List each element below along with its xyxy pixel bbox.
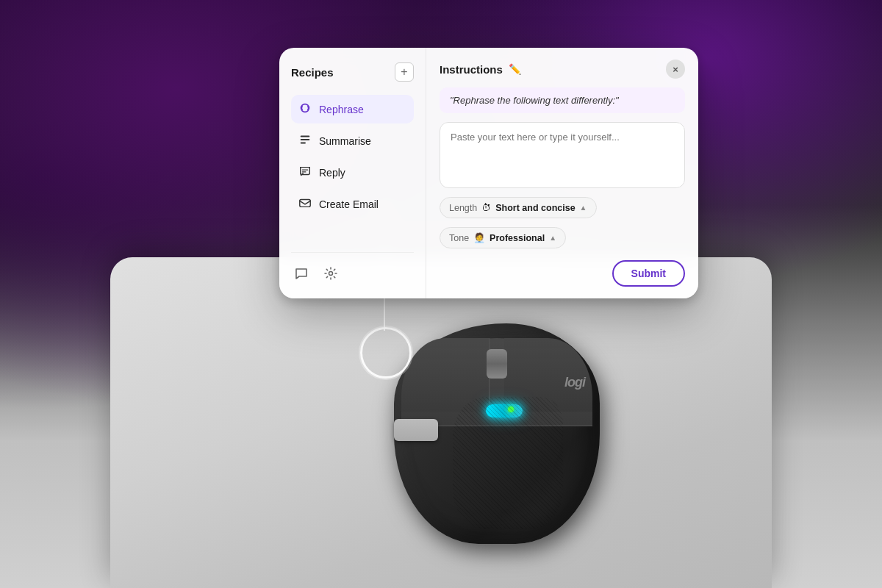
- recipe-item-reply[interactable]: Reply: [291, 158, 414, 187]
- ai-panel: Recipes + Rephrase: [279, 48, 698, 298]
- recipe-item-rephrase[interactable]: Rephrase: [291, 95, 414, 123]
- instructions-title: Instructions: [440, 63, 503, 76]
- close-button[interactable]: ×: [666, 60, 685, 79]
- length-option-row: Length ⏱ Short and concise ▲: [440, 197, 685, 218]
- svg-rect-2: [301, 143, 306, 144]
- mouse-brand-logo: logi: [564, 375, 585, 390]
- mouse-scroll-wheel: [487, 349, 507, 379]
- tone-icon: 🧑‍💼: [473, 232, 485, 243]
- tone-chip[interactable]: Tone 🧑‍💼 Professional ▲: [440, 227, 566, 248]
- tone-option-row: Tone 🧑‍💼 Professional ▲: [440, 227, 685, 248]
- summarise-icon: [298, 133, 312, 148]
- recipes-header: Recipes +: [291, 62, 414, 82]
- length-value: Short and concise: [495, 203, 575, 213]
- length-chip[interactable]: Length ⏱ Short and concise ▲: [440, 197, 597, 218]
- recipes-panel: Recipes + Rephrase: [279, 48, 426, 298]
- instruction-prompt: "Rephrase the following text differently…: [440, 87, 685, 113]
- tone-value: Professional: [490, 233, 545, 243]
- svg-rect-3: [300, 200, 310, 207]
- svg-rect-1: [301, 139, 310, 140]
- summarise-label: Summarise: [319, 135, 371, 147]
- settings-icon-button[interactable]: [320, 263, 341, 284]
- mouse-side-buttons[interactable]: [394, 419, 438, 441]
- instructions-panel: Instructions ✏️ × "Rephrase the followin…: [426, 48, 698, 298]
- recipe-item-create-email[interactable]: Create Email: [291, 190, 414, 218]
- mouse-body: logi: [394, 323, 600, 544]
- submit-row: Submit: [440, 260, 685, 287]
- svg-rect-0: [301, 136, 310, 137]
- length-icon: ⏱: [481, 202, 491, 213]
- tone-label: Tone: [449, 233, 469, 243]
- add-recipe-button[interactable]: +: [395, 62, 414, 82]
- rephrase-label: Rephrase: [319, 104, 364, 115]
- create-email-label: Create Email: [319, 198, 379, 210]
- recipe-list: Rephrase Summarise: [291, 95, 414, 252]
- reply-label: Reply: [319, 167, 345, 179]
- length-chevron-icon: ▲: [580, 204, 587, 212]
- instruction-textarea[interactable]: [440, 122, 685, 188]
- recipes-footer: [291, 252, 414, 284]
- svg-point-4: [329, 272, 333, 276]
- instructions-header: Instructions ✏️ ×: [440, 60, 685, 79]
- reply-icon: [298, 165, 312, 180]
- email-icon: [298, 196, 312, 212]
- instructions-header-left: Instructions ✏️: [440, 63, 521, 76]
- submit-button[interactable]: Submit: [612, 260, 685, 287]
- rephrase-icon: [298, 101, 312, 117]
- mouse-texture: [453, 397, 563, 529]
- circle-indicator: [360, 327, 412, 379]
- edit-icon[interactable]: ✏️: [509, 63, 521, 75]
- recipes-title: Recipes: [291, 66, 334, 79]
- chat-icon-button[interactable]: [291, 263, 312, 284]
- recipe-item-summarise[interactable]: Summarise: [291, 126, 414, 155]
- length-label: Length: [449, 203, 477, 213]
- tone-chevron-icon: ▲: [549, 234, 556, 242]
